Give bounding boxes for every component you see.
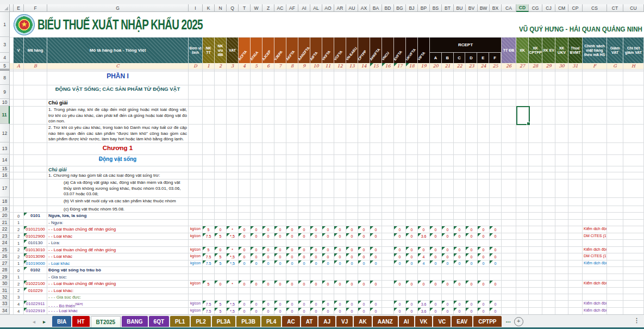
cell[interactable]	[542, 247, 555, 253]
cell-rate[interactable]: 0	[490, 233, 502, 240]
cell-rate[interactable]	[310, 213, 322, 220]
cell-rate[interactable]: 0	[286, 233, 298, 240]
cell-rate[interactable]	[239, 294, 251, 301]
cell-rate[interactable]	[334, 155, 346, 166]
ref-cell-14[interactable]: 14	[358, 63, 370, 70]
cell-rate[interactable]	[382, 100, 394, 107]
cell-rate[interactable]	[358, 143, 370, 155]
cell-rate[interactable]: 0	[239, 253, 251, 260]
cell-rate[interactable]: 0	[322, 281, 334, 288]
cell-rate[interactable]: 0	[394, 260, 406, 267]
cell[interactable]	[623, 226, 644, 233]
cell-rate[interactable]	[274, 107, 286, 125]
cell-rate[interactable]	[298, 71, 310, 85]
cell[interactable]	[623, 233, 644, 240]
cell-rate[interactable]	[466, 220, 478, 226]
cell-rate[interactable]	[490, 85, 502, 100]
cell[interactable]	[568, 233, 583, 240]
cell-policy[interactable]	[583, 220, 607, 226]
cell-rate[interactable]	[251, 220, 262, 226]
cell-rate[interactable]	[239, 166, 251, 172]
cell[interactable]	[10, 125, 14, 143]
cell-rate[interactable]	[370, 213, 382, 220]
cell-rate[interactable]	[466, 125, 478, 143]
cell-rate[interactable]: 0	[442, 301, 454, 308]
cell-rate[interactable]	[346, 288, 358, 294]
row-header-5[interactable]: 5	[0, 63, 10, 69]
ref-cell-1[interactable]: 1	[203, 63, 215, 70]
cell-rate[interactable]	[406, 125, 418, 143]
cell-rate[interactable]	[239, 85, 251, 100]
cell[interactable]	[555, 198, 568, 206]
cell-rate[interactable]	[334, 206, 346, 213]
cell-rate[interactable]: 0	[358, 260, 370, 267]
cell[interactable]	[516, 143, 529, 155]
cell-rate[interactable]	[478, 125, 490, 143]
cell-rate[interactable]	[478, 166, 490, 172]
cell-level[interactable]	[14, 155, 24, 166]
cell[interactable]	[502, 213, 516, 220]
cell-rate[interactable]	[430, 100, 442, 107]
cell-rate[interactable]	[298, 143, 310, 155]
cell-rate[interactable]	[406, 267, 418, 274]
row-header-16[interactable]: 16	[0, 172, 10, 179]
cell[interactable]	[502, 220, 516, 226]
cell-rate[interactable]	[442, 274, 454, 281]
cell-level[interactable]	[14, 100, 24, 107]
cell[interactable]	[529, 240, 542, 247]
cell[interactable]	[10, 220, 14, 226]
cell-rate[interactable]: 0	[394, 253, 406, 260]
cell[interactable]	[529, 294, 542, 301]
cell-rate[interactable]	[286, 288, 298, 294]
cell-level[interactable]	[14, 107, 24, 125]
cell-rate[interactable]: 0	[310, 301, 322, 308]
cell-rate[interactable]: 0	[478, 247, 490, 253]
cell-rate[interactable]	[490, 107, 502, 125]
ref-cell-3[interactable]: 3	[227, 63, 239, 70]
cell-rate[interactable]	[251, 288, 262, 294]
cell-rate[interactable]	[418, 143, 430, 155]
cell-rate[interactable]	[322, 288, 334, 294]
cell[interactable]	[568, 274, 583, 281]
cell-rate[interactable]	[358, 125, 370, 143]
cell-rate[interactable]: 5	[215, 260, 227, 267]
cell-hs-code[interactable]	[24, 166, 47, 172]
cell-rate[interactable]	[490, 71, 502, 85]
cell-rate[interactable]	[239, 267, 251, 274]
cell-rate[interactable]: 0	[322, 226, 334, 233]
cell[interactable]	[10, 281, 14, 288]
cell-rate[interactable]	[442, 143, 454, 155]
cell-rate[interactable]	[430, 71, 442, 85]
cell-rate[interactable]	[251, 206, 262, 213]
cell-rate[interactable]: 0	[215, 281, 227, 288]
cell[interactable]	[542, 240, 555, 247]
cell[interactable]	[607, 143, 623, 155]
cell-rate[interactable]: 0	[430, 301, 442, 308]
cell-rate[interactable]	[406, 288, 418, 294]
cell[interactable]	[542, 166, 555, 172]
cell-rate[interactable]	[322, 294, 334, 301]
cell[interactable]	[10, 155, 14, 166]
cell-rate[interactable]: 4	[418, 260, 430, 267]
cell-rate[interactable]	[394, 274, 406, 281]
cell-rate[interactable]	[370, 198, 382, 206]
cell-rate[interactable]: 0	[490, 260, 502, 267]
cell-rate[interactable]	[394, 166, 406, 172]
cell-rate[interactable]: 0	[358, 233, 370, 240]
cell-rate[interactable]	[203, 125, 215, 143]
row-header-1[interactable]: 1	[0, 12, 10, 37]
cell[interactable]	[568, 71, 583, 85]
cell-rate[interactable]	[370, 294, 382, 301]
row-header-26[interactable]: 26	[0, 253, 10, 260]
ref-cell-D[interactable]: D	[189, 63, 203, 70]
cell-rate[interactable]	[286, 107, 298, 125]
cell-rate[interactable]	[490, 267, 502, 274]
cell[interactable]	[607, 206, 623, 213]
cell-rate[interactable]: 0	[262, 233, 274, 240]
column-header-AL[interactable]: AL	[310, 4, 322, 12]
cell[interactable]	[10, 226, 14, 233]
cell-rate[interactable]	[310, 71, 322, 85]
sheet-tab-PL3B[interactable]: PL3B	[236, 316, 260, 327]
row-header-34[interactable]: 34	[0, 307, 10, 314]
cell-rate[interactable]	[239, 100, 251, 107]
